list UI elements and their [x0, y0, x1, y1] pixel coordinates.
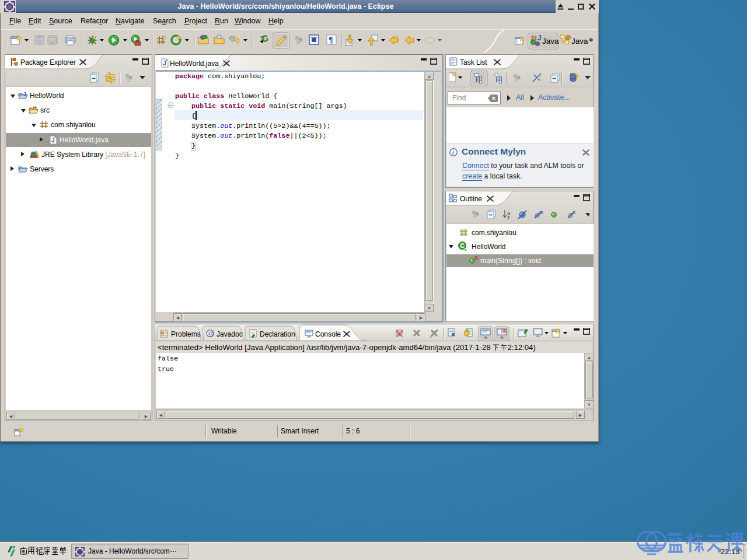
svg-text:z: z	[507, 215, 510, 220]
svg-text:Java: Java	[571, 37, 588, 46]
svg-text:S: S	[540, 210, 543, 215]
svg-text:¶: ¶	[329, 36, 333, 44]
svg-text:i: i	[452, 149, 454, 156]
svg-text:J: J	[537, 34, 542, 42]
svg-text:Java: Java	[542, 37, 559, 46]
svg-text:L: L	[573, 210, 576, 215]
svg-text:»: »	[589, 35, 593, 44]
